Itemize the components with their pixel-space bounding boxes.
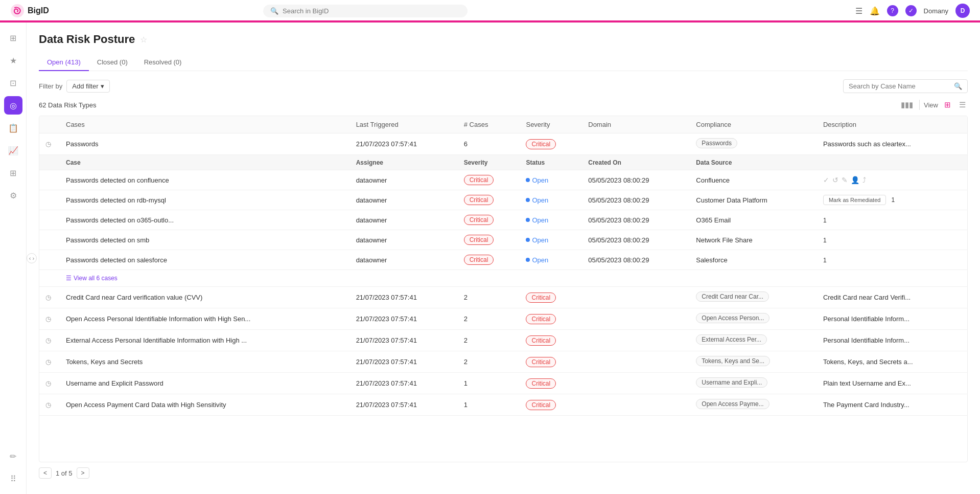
sub-table-row[interactable]: Passwords detected on rdb-mysql dataowne… <box>39 190 967 210</box>
list-icon: ☰ <box>66 275 72 282</box>
description-cell: Passwords such as cleartex... <box>817 133 967 155</box>
notification-icon[interactable]: 🔔 <box>870 6 880 16</box>
mark-remediated-button[interactable]: Mark as Remediated <box>823 195 886 205</box>
sub-assignee-cell: dataowner <box>350 210 458 230</box>
search-case-container[interactable]: 🔍 <box>843 79 968 93</box>
table-row[interactable]: ◷ Open Access Payment Card Data with Hig… <box>39 394 967 416</box>
sub-severity-cell: Critical <box>458 170 520 190</box>
table-row[interactable]: ◷ Passwords 21/07/2023 07:57:41 6 Critic… <box>39 133 967 155</box>
table-row[interactable]: ◷ External Access Personal Identifiable … <box>39 330 967 351</box>
sidebar-item-edit[interactable]: ✏ <box>4 447 22 465</box>
last-triggered-cell: 21/07/2023 07:57:41 <box>350 330 458 351</box>
case-name-cell: Username and Explicit Password <box>60 373 350 394</box>
tab-closed[interactable]: Closed (0) <box>89 54 136 71</box>
view-controls: ▮▮▮ View ⊞ ☰ <box>899 99 968 110</box>
tab-resolved[interactable]: Resolved (0) <box>136 54 190 71</box>
user-icon[interactable]: 👤 <box>851 176 859 184</box>
sidebar-item-grid2[interactable]: ⊞ <box>4 164 22 182</box>
sub-status-cell: Open <box>520 170 582 190</box>
sidebar-item-home[interactable]: ⊞ <box>4 29 22 47</box>
domain-cell <box>582 351 690 373</box>
favorite-star-icon[interactable]: ☆ <box>140 35 147 44</box>
compliance-cell: Tokens, Keys and Se... <box>690 351 817 373</box>
list-view-icon[interactable]: ☰ <box>957 99 968 110</box>
sub-assignee-cell: dataowner <box>350 170 458 190</box>
expand-icon-cell: ◷ <box>39 133 60 155</box>
col-cases <box>39 116 60 133</box>
sub-table-row[interactable]: Passwords detected on o365-outlo... data… <box>39 210 967 230</box>
tick-icon[interactable]: ✓ <box>823 176 829 184</box>
last-triggered-cell: 21/07/2023 07:57:41 <box>350 308 458 330</box>
summary-text: 62 Data Risk Types <box>39 101 96 109</box>
compliance-cell: Open Access Payme... <box>690 394 817 416</box>
menu-icon[interactable]: ☰ <box>855 6 862 16</box>
sidebar-collapse-btn[interactable]: ‹ › <box>27 253 37 263</box>
description-cell: Personal Identifiable Inform... <box>817 330 967 351</box>
compliance-cell: External Access Per... <box>690 330 817 351</box>
main-content: Data Risk Posture ☆ Open (413) Closed (0… <box>27 23 980 494</box>
severity-cell: Critical <box>520 351 582 373</box>
table-row[interactable]: ◷ Credit Card near Card verification val… <box>39 287 967 308</box>
grid-view-icon[interactable]: ⊞ <box>942 99 953 110</box>
table-row[interactable]: ◷ Tokens, Keys and Secrets 21/07/2023 07… <box>39 351 967 373</box>
global-search-input[interactable] <box>283 7 460 15</box>
view-label: View <box>924 101 938 109</box>
sub-datasource-cell: Network File Share <box>690 230 817 250</box>
next-page-button[interactable]: > <box>77 467 89 479</box>
table-row[interactable]: ◷ Username and Explicit Password 21/07/2… <box>39 373 967 394</box>
sub-table-row[interactable]: Passwords detected on smb dataowner Crit… <box>39 230 967 250</box>
page-header: Data Risk Posture ☆ <box>39 33 968 46</box>
sidebar-item-favorites[interactable]: ★ <box>4 51 22 70</box>
severity-cell: Critical <box>520 287 582 308</box>
col-compliance: Compliance <box>690 116 817 133</box>
bar-chart-view-icon[interactable]: ▮▮▮ <box>899 99 915 110</box>
sub-created-cell: 05/05/2023 08:00:29 <box>582 250 690 270</box>
search-case-input[interactable] <box>849 82 951 90</box>
description-cell: Credit Card near Card Verifi... <box>817 287 967 308</box>
sidebar-item-reports[interactable]: 📋 <box>4 119 22 137</box>
num-cases-cell: 6 <box>458 133 520 155</box>
compliance-cell: Username and Expli... <box>690 373 817 394</box>
refresh-icon[interactable]: ↺ <box>832 176 838 184</box>
sub-severity-cell: Critical <box>458 190 520 210</box>
sub-actions-cell: Mark as Remediated 1 <box>817 190 967 210</box>
col-domain: Domain <box>582 116 690 133</box>
col-severity: Severity <box>520 116 582 133</box>
view-all-row[interactable]: ☰ View all 6 cases <box>39 270 967 287</box>
toolbar-right: 🔍 <box>843 79 968 93</box>
check-icon[interactable]: ✓ <box>905 5 917 16</box>
domain-cell <box>582 308 690 330</box>
sidebar-item-settings[interactable]: ⚙ <box>4 186 22 205</box>
description-cell: The Payment Card Industry... <box>817 394 967 416</box>
sub-assignee-cell: dataowner <box>350 250 458 270</box>
description-cell: Plain text Username and Ex... <box>817 373 967 394</box>
sub-severity-cell: Critical <box>458 250 520 270</box>
prev-page-button[interactable]: < <box>39 467 52 479</box>
view-all-link[interactable]: ☰ View all 6 cases <box>66 275 961 282</box>
sub-table-row[interactable]: Passwords detected on salesforce dataown… <box>39 250 967 270</box>
help-icon[interactable]: ? <box>887 5 898 16</box>
avatar[interactable]: D <box>955 4 970 18</box>
expand-icon-cell: ◷ <box>39 351 60 373</box>
sub-datasource-cell: O365 Email <box>690 210 817 230</box>
col-cases-label: Cases <box>60 116 350 133</box>
tab-open[interactable]: Open (413) <box>39 54 89 71</box>
compliance-cell: Credit Card near Car... <box>690 287 817 308</box>
export-icon[interactable]: ⤴ <box>862 176 866 184</box>
edit-icon[interactable]: ✎ <box>842 176 848 184</box>
sidebar-item-analytics[interactable]: 📈 <box>4 141 22 160</box>
col-num-cases: # Cases <box>458 116 520 133</box>
num-cases-cell: 2 <box>458 287 520 308</box>
sub-table-row[interactable]: Passwords detected on confluence dataown… <box>39 170 967 190</box>
case-name-cell: Credit Card near Card verification value… <box>60 287 350 308</box>
sidebar-item-catalog[interactable]: ⊡ <box>4 74 22 92</box>
global-search-bar[interactable]: 🔍 <box>263 5 468 17</box>
sidebar-item-apps[interactable]: ⠿ <box>4 469 22 488</box>
severity-cell: Critical <box>520 394 582 416</box>
table-row[interactable]: ◷ Open Access Personal Identifiable Info… <box>39 308 967 330</box>
add-filter-button[interactable]: Add filter ▾ <box>66 80 109 93</box>
sub-status-cell: Open <box>520 190 582 210</box>
severity-cell: Critical <box>520 330 582 351</box>
domain-cell <box>582 133 690 155</box>
sidebar-item-risk[interactable]: ◎ <box>4 96 22 115</box>
